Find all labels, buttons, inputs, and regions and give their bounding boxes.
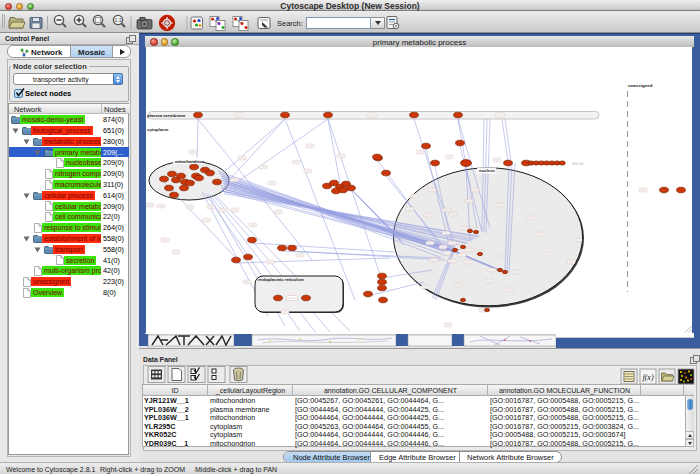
svg-text:mitochondrion: mitochondrion <box>175 159 205 164</box>
svg-text:endoplasmic reticulum: endoplasmic reticulum <box>258 277 304 282</box>
svg-text:nucleus: nucleus <box>479 168 495 173</box>
svg-text:f(x): f(x) <box>642 373 653 382</box>
svg-text:cytoplasm: cytoplasm <box>147 127 168 132</box>
svg-text:plasma membrane: plasma membrane <box>147 113 186 118</box>
svg-text:1:1: 1:1 <box>115 17 122 23</box>
svg-text:unassigned: unassigned <box>628 83 653 88</box>
svg-text:Search:: Search: <box>277 19 303 28</box>
svg-text:GOx GO: GOx GO <box>572 162 584 166</box>
